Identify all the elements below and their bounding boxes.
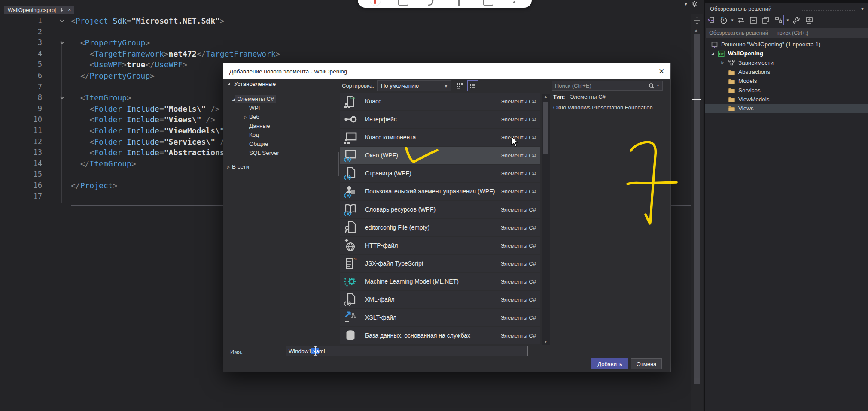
dropdown-chevron-icon[interactable]: ▼ [786, 18, 789, 22]
template-list-scrollbar[interactable]: ▲ ▼ [542, 94, 550, 345]
expanded-triangle-icon[interactable]: ◢ [707, 51, 718, 56]
preview-toolbar-icon[interactable] [804, 15, 814, 25]
collapsed-triangle-icon[interactable]: ▷ [226, 165, 231, 169]
scrollbar-thumb[interactable] [694, 34, 700, 384]
sync-toolbar-icon[interactable] [736, 15, 746, 25]
solution-tree-item-services[interactable]: Services [705, 85, 868, 94]
template-item-6[interactable]: Пользовательский элемент управления (WPF… [340, 183, 540, 200]
solution-tree-item-viewmodels[interactable]: ViewModels [705, 95, 868, 104]
close-tab-icon[interactable]: × [68, 7, 71, 12]
pending-toolbar-icon[interactable] [719, 15, 728, 25]
editor-vertical-scrollbar[interactable]: ▲ [691, 14, 703, 411]
fold-chevron-icon[interactable] [58, 37, 66, 48]
category-item-элементы-c#[interactable]: ◢Элементы C# [223, 94, 337, 103]
solution-tree-item-зависимости[interactable]: ▷Зависимости [705, 58, 868, 67]
template-item-3[interactable]: Класс компонентаЭлементы C# [340, 129, 540, 146]
line-number: 1 [0, 15, 42, 27]
editor-options-gear-icon[interactable] [691, 1, 698, 7]
list-view-icon[interactable] [467, 80, 478, 91]
template-item-4[interactable]: Окно (WPF)Элементы C# [340, 147, 540, 164]
solution-tree-item-models[interactable]: Models [705, 76, 868, 85]
template-item-11[interactable]: Machine Learning Model (ML.NET)Элементы … [340, 273, 540, 290]
category-tree-scrollbar[interactable] [338, 152, 339, 176]
wrench-toolbar-icon[interactable] [792, 15, 801, 25]
dialog-title: Добавление нового элемента - WallOpening [229, 68, 347, 75]
collapse-toolbar-icon[interactable] [749, 15, 758, 25]
home-toolbar-icon[interactable] [707, 15, 716, 25]
category-item-в-сети[interactable]: ▷В сети [223, 162, 337, 171]
camera-icon[interactable] [483, 0, 493, 6]
installed-group[interactable]: Установленные [227, 81, 276, 87]
folder-icon [728, 78, 736, 85]
template-item-2[interactable]: ИнтерфейсЭлементы C# [340, 111, 540, 128]
search-icon[interactable] [648, 82, 655, 89]
add-button[interactable]: Добавить [591, 358, 628, 369]
solution-tree-item-wallopening[interactable]: ◢WallOpening [705, 49, 868, 58]
record-icon[interactable] [374, 0, 376, 4]
category-item-sql-server[interactable]: SQL Server [223, 148, 337, 157]
scroll-down-icon[interactable]: ▼ [544, 340, 548, 344]
scroll-up-icon[interactable]: ▲ [694, 28, 698, 33]
scope-toolbar-icon[interactable] [774, 15, 784, 25]
line-number: 7 [0, 82, 42, 93]
i-mlnet [344, 275, 357, 288]
dialog-title-bar[interactable]: Добавление нового элемента - WallOpening… [223, 63, 670, 79]
cancel-button[interactable]: Отмена [631, 358, 662, 369]
template-item-7[interactable]: Словарь ресурсов (WPF)Элементы C# [340, 201, 540, 218]
category-item-wpf[interactable]: WPF [223, 103, 337, 112]
item-name-input[interactable]: Window1.xaml [286, 346, 528, 356]
solution-tree-item-abstractions[interactable]: Abstractions [705, 67, 868, 76]
template-item-8[interactable]: editorconfig File (empty)Элементы C# [340, 219, 540, 236]
scroll-up-icon[interactable]: ▲ [544, 94, 548, 99]
tab-wallopening-csproj[interactable]: WallOpening.csproj × [4, 6, 74, 14]
template-item-10[interactable]: JSX-файл TypeScriptЭлементы C# [340, 255, 540, 272]
fold-chevron-icon[interactable] [58, 92, 66, 103]
grid-view-icon[interactable] [455, 81, 465, 91]
dialog-close-icon[interactable]: ✕ [656, 66, 667, 76]
code-line[interactable]: 1<Project Sdk="Microsoft.NET.Sdk"> [0, 15, 691, 27]
panel-menu-chevron-icon[interactable]: ▼ [860, 6, 865, 11]
collapsed-triangle-icon[interactable]: ▷ [718, 60, 728, 65]
template-item-14[interactable]: База данных, основанная на службахЭлемен… [340, 327, 540, 344]
solution-tree: Решение "WallOpening" (1 проекта 1)◢Wall… [705, 40, 868, 113]
template-item-12[interactable]: XML-файлЭлементы C# [340, 291, 540, 308]
template-label: База данных, основанная на службах [365, 332, 500, 339]
template-label: XSLT-файл [365, 314, 500, 321]
category-item-данные[interactable]: Данные [223, 121, 337, 130]
solution-explorer-search-input[interactable]: Обозреватель решений — поиск (Ctrl+;) [706, 28, 868, 38]
dropdown-chevron-icon[interactable]: ▼ [731, 18, 734, 22]
category-item-веб[interactable]: ▷Веб [223, 112, 337, 121]
code-text: <PropertyGroup> [71, 37, 150, 48]
template-item-1[interactable]: КлассЭлементы C# [340, 93, 540, 110]
code-line[interactable]: 3 <PropertyGroup> [0, 37, 691, 48]
pin-icon[interactable] [59, 7, 64, 12]
template-item-9[interactable]: HTTP-файлЭлементы C# [340, 237, 540, 254]
template-item-5[interactable]: Страница (WPF)Элементы C# [340, 165, 540, 182]
search-options-chevron-icon[interactable]: ▼ [656, 84, 660, 88]
screen-icon[interactable] [398, 0, 408, 6]
menu-dot-icon[interactable] [513, 1, 515, 3]
split-editor-grip-icon[interactable] [692, 16, 702, 25]
copy-toolbar-icon[interactable] [761, 15, 771, 25]
code-line[interactable]: 4 <TargetFramework>net472</TargetFramewo… [0, 48, 691, 60]
scrollbar-thumb[interactable] [543, 102, 548, 154]
code-line[interactable]: 2 [0, 27, 691, 38]
solution-tree-item-views[interactable]: Views [705, 104, 868, 113]
pen-icon[interactable] [427, 0, 434, 6]
template-item-13[interactable]: XSLT-файлЭлементы C# [340, 309, 540, 326]
category-item-общие[interactable]: Общие [223, 139, 337, 148]
active-files-dropdown-icon[interactable]: ▼ [684, 2, 688, 6]
screen-recorder-toolbar[interactable] [358, 0, 532, 8]
item-label: Services [738, 87, 761, 94]
expanded-triangle-icon[interactable] [227, 82, 231, 86]
fold-chevron-icon[interactable] [58, 15, 66, 27]
template-category: Элементы C# [500, 332, 536, 339]
category-item-код[interactable]: Код [223, 130, 337, 139]
collapsed-triangle-icon[interactable]: ▷ [243, 115, 248, 119]
dialog-search-input[interactable]: Поиск (Ctrl+E) ▼ [552, 81, 663, 91]
sort-dropdown[interactable]: По умолчанию ▼ [377, 80, 451, 91]
category-label: В сети [232, 163, 249, 170]
template-category: Элементы C# [500, 314, 536, 321]
solution-tree-item-решение-wallopening-1-проекта-[interactable]: Решение "WallOpening" (1 проекта 1) [705, 40, 868, 49]
tab-title: WallOpening.csproj [8, 7, 56, 13]
